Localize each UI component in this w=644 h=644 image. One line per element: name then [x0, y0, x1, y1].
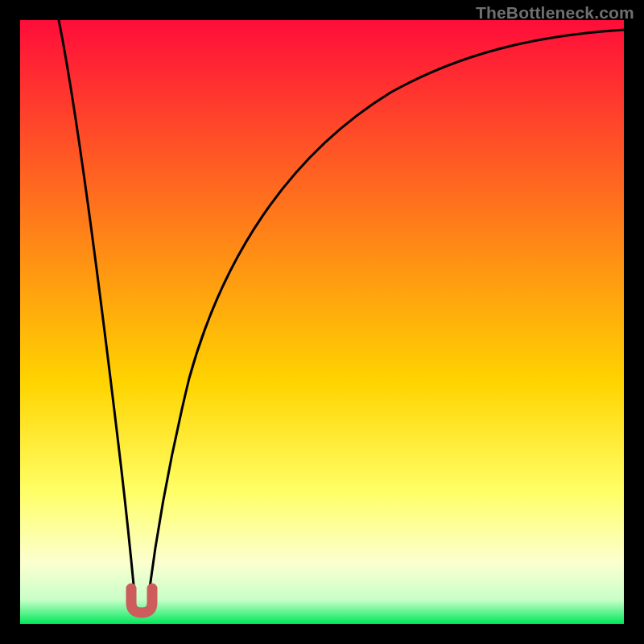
watermark-text: TheBottleneck.com [476, 3, 634, 23]
bottleneck-chart [20, 20, 624, 624]
gradient-background [20, 20, 624, 624]
chart-frame: TheBottleneck.com [0, 0, 644, 644]
